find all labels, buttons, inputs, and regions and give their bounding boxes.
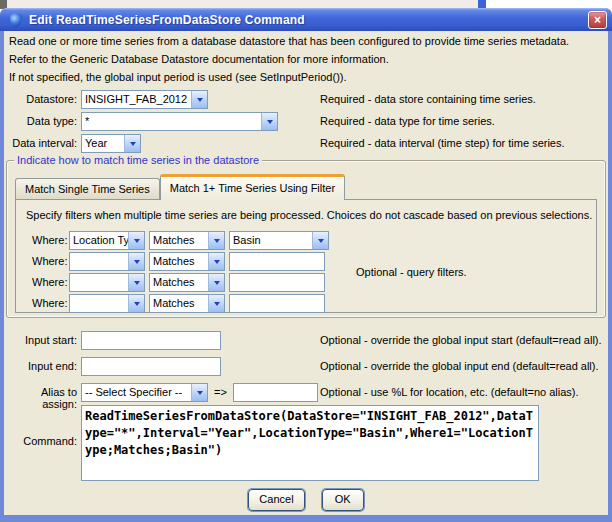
match-group-box: Indicate how to match time series in the…	[6, 160, 606, 318]
chevron-down-icon[interactable]	[208, 232, 224, 249]
where4-field-value	[70, 295, 128, 312]
where4-operator-select[interactable]: Matches	[149, 294, 225, 313]
match-tab-bar: Match Single Time Series Match 1+ Time S…	[15, 173, 345, 199]
alias-note: Optional - use %L for location, etc. (de…	[320, 386, 579, 398]
intro-line-1: Read one or more time series from a data…	[9, 35, 569, 47]
where1-operator-value: Matches	[150, 232, 208, 249]
cancel-button[interactable]: Cancel	[248, 489, 304, 511]
tab-match-filter[interactable]: Match 1+ Time Series Using Filter	[160, 174, 345, 200]
where3-field-value	[70, 274, 128, 291]
datastore-value: INSIGHT_FAB_2012	[82, 91, 191, 108]
where3-operator-value: Matches	[150, 274, 208, 291]
title-bar[interactable]: Edit ReadTimeSeriesFromDataStore Command…	[0, 8, 612, 31]
where-label: Where:	[32, 234, 65, 246]
filter-tab-panel: Specify filters when multiple time serie…	[15, 199, 597, 313]
input-end-field[interactable]	[81, 357, 221, 376]
data-type-label: Data type:	[4, 115, 77, 127]
datastore-select[interactable]: INSIGHT_FAB_2012	[81, 90, 208, 109]
alias-label: Alias to assign:	[4, 386, 77, 410]
chevron-down-icon[interactable]	[128, 295, 144, 312]
data-type-note: Required - data type for time series.	[320, 115, 495, 127]
where-note: Optional - query filters.	[356, 266, 467, 278]
window-title: Edit ReadTimeSeriesFromDataStore Command	[29, 13, 305, 27]
chevron-down-icon[interactable]	[124, 135, 140, 152]
where1-value: Basin	[230, 232, 312, 249]
chevron-down-icon[interactable]	[128, 253, 144, 270]
app-droplet-icon	[10, 13, 22, 27]
where1-operator-select[interactable]: Matches	[149, 231, 225, 250]
data-interval-note: Required - data interval (time step) for…	[320, 137, 565, 149]
input-end-label: Input end:	[4, 360, 77, 372]
dialog-content: Read one or more time series from a data…	[4, 31, 608, 515]
data-interval-value: Year	[82, 135, 124, 152]
input-start-label: Input start:	[4, 334, 77, 346]
where-label: Where:	[32, 297, 65, 309]
chevron-down-icon[interactable]	[191, 384, 207, 401]
where-label: Where:	[32, 276, 65, 288]
intro-line-2: Refer to the Generic Database Datastore …	[9, 53, 389, 65]
intro-line-3: If not specified, the global input perio…	[9, 71, 347, 83]
chevron-down-icon[interactable]	[208, 274, 224, 291]
where4-operator-value: Matches	[150, 295, 208, 312]
chevron-down-icon[interactable]	[191, 91, 207, 108]
chevron-down-icon[interactable]	[208, 253, 224, 270]
data-interval-row: Data interval: Year Required - data inte…	[4, 134, 608, 154]
tab-match-single-time-series[interactable]: Match Single Time Series	[15, 178, 160, 199]
where2-field-value	[70, 253, 128, 270]
input-start-row: Input start: Optional - override the glo…	[4, 331, 608, 351]
datastore-label: Datastore:	[4, 93, 77, 105]
where2-operator-select[interactable]: Matches	[149, 252, 225, 271]
button-row: Cancel OK	[4, 489, 608, 511]
alias-field[interactable]	[233, 383, 318, 402]
where1-field-value: Location Type	[70, 232, 128, 249]
data-type-value: *	[82, 113, 261, 130]
alias-row: Alias to assign: -- Select Specifier -- …	[4, 383, 608, 403]
command-textarea[interactable]: ReadTimeSeriesFromDataStore(DataStore="I…	[81, 405, 539, 481]
command-label: Command:	[4, 435, 77, 447]
alias-specifier-value: -- Select Specifier --	[82, 384, 191, 401]
close-icon: ×	[594, 13, 601, 27]
where2-value-input[interactable]	[229, 252, 325, 271]
where1-value-select[interactable]: Basin	[229, 231, 329, 250]
chevron-down-icon[interactable]	[128, 274, 144, 291]
chevron-down-icon[interactable]	[208, 295, 224, 312]
alias-specifier-select[interactable]: -- Select Specifier --	[81, 383, 208, 402]
where4-field-select[interactable]	[69, 294, 145, 313]
input-start-note: Optional - override the global input sta…	[320, 334, 602, 346]
datastore-row: Datastore: INSIGHT_FAB_2012 Required - d…	[4, 90, 608, 110]
where-label: Where:	[32, 255, 65, 267]
where2-operator-value: Matches	[150, 253, 208, 270]
where2-field-select[interactable]	[69, 252, 145, 271]
where4-value-input[interactable]	[229, 294, 325, 313]
data-interval-label: Data interval:	[4, 137, 77, 149]
alias-arrow-label: =>	[214, 386, 227, 398]
input-end-row: Input end: Optional - override the globa…	[4, 357, 608, 377]
chevron-down-icon[interactable]	[312, 232, 328, 249]
filter-hint: Specify filters when multiple time serie…	[26, 209, 592, 221]
where3-operator-select[interactable]: Matches	[149, 273, 225, 292]
data-interval-select[interactable]: Year	[81, 134, 141, 153]
where1-field-select[interactable]: Location Type	[69, 231, 145, 250]
datastore-note: Required - data store containing time se…	[320, 93, 536, 105]
where3-value-input[interactable]	[229, 273, 325, 292]
data-type-select[interactable]: *	[81, 112, 278, 131]
input-start-field[interactable]	[81, 331, 221, 350]
match-group-title: Indicate how to match time series in the…	[14, 154, 262, 166]
data-type-row: Data type: * Required - data type for ti…	[4, 112, 608, 132]
close-button[interactable]: ×	[588, 11, 607, 29]
ok-button[interactable]: OK	[322, 489, 364, 511]
chevron-down-icon[interactable]	[261, 113, 277, 130]
dialog-window: Edit ReadTimeSeriesFromDataStore Command…	[0, 8, 612, 522]
where3-field-select[interactable]	[69, 273, 145, 292]
input-end-note: Optional - override the global input end…	[320, 360, 599, 372]
chevron-down-icon[interactable]	[128, 232, 144, 249]
screen: Edit ReadTimeSeriesFromDataStore Command…	[0, 0, 612, 522]
